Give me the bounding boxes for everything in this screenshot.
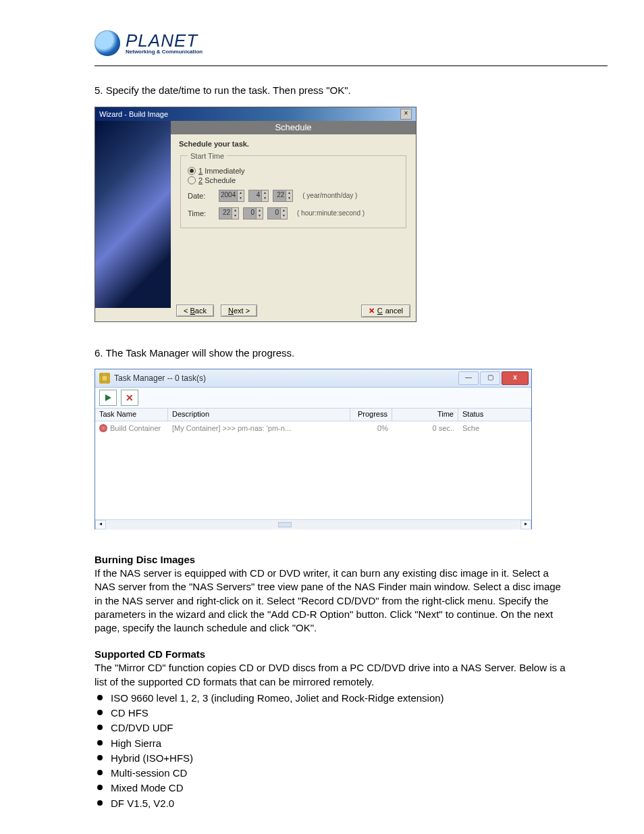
horizontal-scrollbar[interactable]: ◂ ▸ xyxy=(95,519,531,529)
cancel-button[interactable]: ✕ Cancel xyxy=(361,305,410,317)
burning-body: If the NAS server is equipped with CD or… xyxy=(95,567,567,635)
start-time-legend: Start Time xyxy=(188,152,227,160)
cancel-x-icon: ✕ xyxy=(369,307,375,315)
scroll-left-icon[interactable]: ◂ xyxy=(95,520,106,529)
col-progress[interactable]: Progress xyxy=(350,409,392,421)
day-stepper[interactable]: 22▴▾ xyxy=(273,190,293,202)
formats-intro: The "Mirror CD" function copies CD or DV… xyxy=(95,661,567,689)
table-row[interactable]: Build Container [My Container] >>> pm-na… xyxy=(95,421,531,434)
list-item: Multi-session CD xyxy=(95,766,567,780)
schedule-prompt: Schedule your task. xyxy=(179,140,408,148)
back-button[interactable]: < Back xyxy=(176,305,214,317)
col-task-name[interactable]: Task Name xyxy=(95,409,168,421)
year-stepper[interactable]: 2004▴▾ xyxy=(219,190,244,202)
list-item: CD/DVD UDF xyxy=(95,721,567,735)
app-icon xyxy=(99,373,110,384)
list-item: Hybrid (ISO+HFS) xyxy=(95,752,567,765)
close-button[interactable]: x xyxy=(502,371,529,385)
formats-title: Supported CD Formats xyxy=(95,648,567,660)
scroll-right-icon[interactable]: ▸ xyxy=(520,520,531,529)
schedule-header: Schedule xyxy=(171,121,416,134)
next-button[interactable]: Next > xyxy=(221,305,257,317)
hour-stepper[interactable]: 22▴▾ xyxy=(219,207,239,219)
run-button[interactable] xyxy=(99,390,117,406)
list-item: ISO 9660 level 1, 2, 3 (including Romeo,… xyxy=(95,692,567,705)
instruction-step-5: 5. Specify the date/time to run the task… xyxy=(95,84,567,97)
list-item: High Sierra xyxy=(95,737,567,750)
delete-x-icon: ✕ xyxy=(126,392,134,403)
date-hint: ( year/month/day ) xyxy=(302,192,357,199)
column-headers: Task Name Description Progress Time Stat… xyxy=(95,409,531,421)
second-stepper[interactable]: 0▴▾ xyxy=(267,207,288,219)
instruction-step-6: 6. The Task Manager will show the progre… xyxy=(95,346,567,360)
wizard-build-image-dialog: Wizard - Build Image × Schedule Schedule… xyxy=(95,107,417,322)
close-icon[interactable]: × xyxy=(400,109,412,120)
task-manager-window: Task Manager -- 0 task(s) — ▢ x ✕ Task N… xyxy=(95,369,532,529)
option-schedule[interactable]: 2 Schedule xyxy=(188,176,399,184)
time-label: Time: xyxy=(188,209,215,217)
play-icon xyxy=(105,394,111,401)
globe-icon xyxy=(95,30,120,56)
header-divider xyxy=(95,66,608,66)
option-immediately[interactable]: 1 Immediately xyxy=(188,167,399,175)
brand-tagline: Networking & Communication xyxy=(126,49,203,55)
list-item: DF V1.5, V2.0 xyxy=(95,797,567,810)
brand-logo: PLANET Networking & Communication xyxy=(80,30,603,64)
radio-selected-icon xyxy=(188,167,196,175)
col-description[interactable]: Description xyxy=(168,409,350,421)
month-stepper[interactable]: 4▴▾ xyxy=(248,190,269,202)
list-item: Mixed Mode CD xyxy=(95,781,567,795)
start-time-group: Start Time 1 Immediately 2 Schedule Date… xyxy=(180,152,406,228)
dialog-title: Wizard - Build Image xyxy=(99,110,168,118)
delete-task-button[interactable]: ✕ xyxy=(121,390,138,406)
col-time[interactable]: Time xyxy=(392,409,458,421)
minimize-button[interactable]: — xyxy=(458,371,479,385)
formats-list: ISO 9660 level 1, 2, 3 (including Romeo,… xyxy=(95,692,567,810)
task-row-icon xyxy=(99,424,107,432)
time-hint: ( hour:minute:second ) xyxy=(297,209,365,217)
scroll-thumb[interactable] xyxy=(278,522,292,527)
window-title: Task Manager -- 0 task(s) xyxy=(114,373,206,383)
list-item: CD HFS xyxy=(95,706,567,720)
brand-name: PLANET xyxy=(126,32,203,49)
minute-stepper[interactable]: 0▴▾ xyxy=(243,207,263,219)
maximize-button[interactable]: ▢ xyxy=(480,371,500,385)
wizard-side-image xyxy=(95,121,171,308)
burning-title: Burning Disc Images xyxy=(95,554,567,565)
radio-unselected-icon xyxy=(188,176,196,184)
date-label: Date: xyxy=(188,192,215,200)
col-status[interactable]: Status xyxy=(458,409,531,421)
